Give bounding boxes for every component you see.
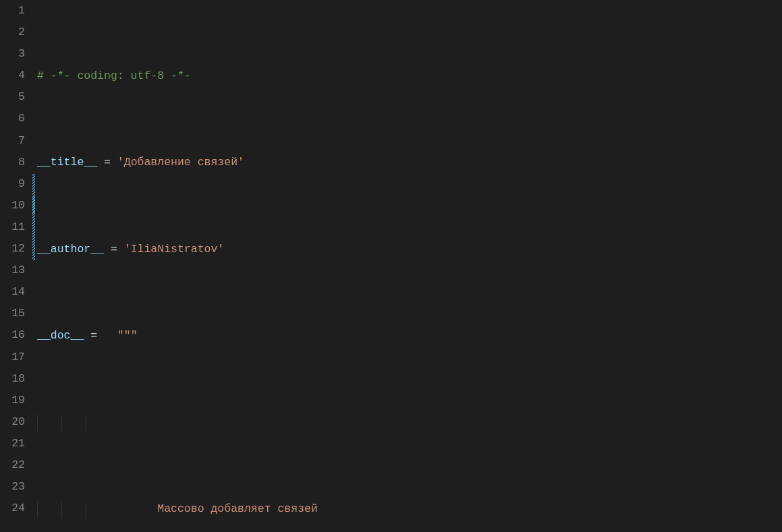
line-number: 24 <box>0 498 25 519</box>
indent-guide <box>86 415 86 431</box>
line-number: 22 <box>0 454 25 476</box>
indent-guide <box>37 415 38 431</box>
line-number: 5 <box>0 86 25 108</box>
code-line[interactable]: Добавление происходит по общим координат… <box>37 499 782 521</box>
indent-guide <box>61 415 62 431</box>
line-number: 13 <box>0 260 25 281</box>
line-number: 15 <box>0 303 25 324</box>
line-number: 16 <box>0 324 25 346</box>
line-number: 20 <box>0 411 25 433</box>
code-line[interactable]: __author__ = 'IliaNistratov' <box>37 239 782 260</box>
indent-guide <box>86 502 86 518</box>
code-line[interactable]: __doc__ = """ <box>37 325 782 347</box>
line-number: 6 <box>0 108 25 129</box>
code-line[interactable]: # -*- coding: utf-8 -*- <box>37 65 782 87</box>
comment-token: # -*- coding: utf-8 -*- <box>37 69 191 82</box>
line-number: 7 <box>0 130 25 152</box>
string-token: 'IliaNistratov' <box>124 243 225 256</box>
line-number: 10 <box>0 195 25 216</box>
line-number: 4 <box>0 65 25 86</box>
code-line[interactable]: Массово добавляет связей <box>37 412 782 434</box>
change-bar <box>32 174 35 260</box>
string-token: """ <box>117 329 138 342</box>
line-number: 11 <box>0 216 25 238</box>
variable-token: __doc__ <box>37 329 84 342</box>
operator-token: = <box>97 156 117 169</box>
variable-token: __title__ <box>37 156 97 169</box>
indent-guide <box>61 502 62 518</box>
line-number: 14 <box>0 281 25 303</box>
line-number-gutter: 123456789101112131415161718192021222324 <box>0 0 37 532</box>
line-number: 23 <box>0 476 25 498</box>
line-number: 12 <box>0 238 25 260</box>
operator-token: = <box>84 329 117 342</box>
operator-token: = <box>104 243 124 256</box>
variable-token: __author__ <box>37 243 104 256</box>
line-number: 21 <box>0 433 25 454</box>
code-line[interactable]: __title__ = 'Добавление связей' <box>37 152 782 173</box>
line-number: 17 <box>0 347 25 368</box>
line-number: 8 <box>0 152 25 173</box>
string-token: 'Добавление связей' <box>117 156 244 169</box>
code-area[interactable]: # -*- coding: utf-8 -*- __title__ = 'Доб… <box>37 0 782 532</box>
line-number: 2 <box>0 22 25 43</box>
line-number: 18 <box>0 368 25 390</box>
line-number: 9 <box>0 173 25 195</box>
indent-guide <box>37 502 38 518</box>
code-editor[interactable]: 123456789101112131415161718192021222324 … <box>0 0 782 532</box>
line-number: 3 <box>0 43 25 65</box>
line-number: 19 <box>0 390 25 411</box>
line-number: 1 <box>0 0 25 22</box>
